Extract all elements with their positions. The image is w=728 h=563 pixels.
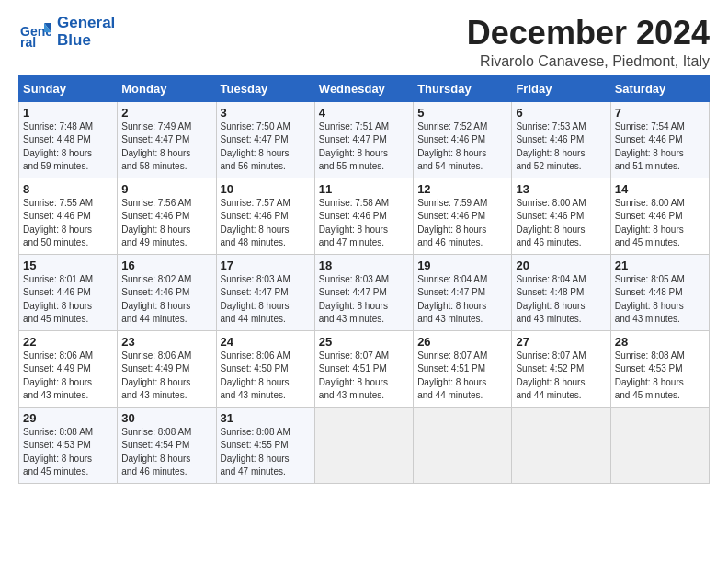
calendar-cell: 12Sunrise: 7:59 AMSunset: 4:46 PMDayligh… bbox=[414, 178, 512, 254]
calendar-cell: 3Sunrise: 7:50 AMSunset: 4:47 PMDaylight… bbox=[216, 101, 314, 178]
day-number: 10 bbox=[221, 182, 311, 196]
header-cell-saturday: Saturday bbox=[610, 75, 709, 101]
day-number: 22 bbox=[23, 335, 113, 349]
day-number: 9 bbox=[121, 182, 211, 196]
day-info: Sunrise: 8:03 AMSunset: 4:47 PMDaylight:… bbox=[221, 273, 311, 327]
day-info: Sunrise: 7:51 AMSunset: 4:47 PMDaylight:… bbox=[319, 121, 409, 174]
header-cell-thursday: Thursday bbox=[414, 75, 512, 101]
day-number: 25 bbox=[319, 335, 409, 349]
day-info: Sunrise: 7:59 AMSunset: 4:46 PMDaylight:… bbox=[417, 197, 507, 250]
calendar-cell: 11Sunrise: 7:58 AMSunset: 4:46 PMDayligh… bbox=[314, 178, 413, 254]
calendar-cell: 15Sunrise: 8:01 AMSunset: 4:46 PMDayligh… bbox=[19, 254, 118, 330]
day-number: 17 bbox=[221, 259, 311, 272]
day-number: 7 bbox=[615, 106, 705, 120]
day-number: 16 bbox=[121, 259, 211, 272]
calendar-cell: 10Sunrise: 7:57 AMSunset: 4:46 PMDayligh… bbox=[216, 178, 314, 254]
calendar-week-row: 22Sunrise: 8:06 AMSunset: 4:49 PMDayligh… bbox=[19, 330, 710, 407]
calendar-week-row: 29Sunrise: 8:08 AMSunset: 4:53 PMDayligh… bbox=[19, 407, 710, 483]
header-cell-wednesday: Wednesday bbox=[314, 75, 413, 101]
header-cell-tuesday: Tuesday bbox=[216, 75, 314, 101]
calendar-cell: 16Sunrise: 8:02 AMSunset: 4:46 PMDayligh… bbox=[118, 254, 216, 330]
calendar-cell bbox=[414, 407, 512, 483]
calendar-cell bbox=[512, 407, 610, 483]
header-row: Gene ral General Blue December 2024 Riva… bbox=[18, 15, 710, 70]
day-info: Sunrise: 7:53 AMSunset: 4:46 PMDaylight:… bbox=[516, 121, 606, 174]
logo-text-top: General bbox=[57, 15, 115, 32]
day-info: Sunrise: 7:58 AMSunset: 4:46 PMDaylight:… bbox=[319, 197, 409, 250]
calendar-cell: 21Sunrise: 8:05 AMSunset: 4:48 PMDayligh… bbox=[610, 254, 709, 330]
calendar-cell: 7Sunrise: 7:54 AMSunset: 4:46 PMDaylight… bbox=[610, 101, 709, 178]
day-info: Sunrise: 8:03 AMSunset: 4:47 PMDaylight:… bbox=[319, 273, 409, 327]
calendar-body: 1Sunrise: 7:48 AMSunset: 4:48 PMDaylight… bbox=[19, 101, 710, 483]
calendar-cell: 31Sunrise: 8:08 AMSunset: 4:55 PMDayligh… bbox=[216, 407, 314, 483]
logo: Gene ral General Blue bbox=[18, 15, 115, 49]
logo-icon: Gene ral bbox=[18, 16, 51, 49]
calendar-cell: 1Sunrise: 7:48 AMSunset: 4:48 PMDaylight… bbox=[19, 101, 118, 178]
day-number: 21 bbox=[615, 259, 705, 272]
calendar-cell: 4Sunrise: 7:51 AMSunset: 4:47 PMDaylight… bbox=[314, 101, 413, 178]
day-number: 11 bbox=[319, 182, 409, 196]
title-block: December 2024 Rivarolo Canavese, Piedmon… bbox=[467, 15, 710, 70]
page-container: Gene ral General Blue December 2024 Riva… bbox=[0, 0, 728, 493]
day-info: Sunrise: 8:07 AMSunset: 4:52 PMDaylight:… bbox=[516, 350, 606, 403]
calendar-cell: 26Sunrise: 8:07 AMSunset: 4:51 PMDayligh… bbox=[414, 330, 512, 407]
day-info: Sunrise: 8:08 AMSunset: 4:54 PMDaylight:… bbox=[121, 426, 211, 479]
calendar-cell: 22Sunrise: 8:06 AMSunset: 4:49 PMDayligh… bbox=[19, 330, 118, 407]
calendar-cell: 18Sunrise: 8:03 AMSunset: 4:47 PMDayligh… bbox=[314, 254, 413, 330]
calendar-cell: 19Sunrise: 8:04 AMSunset: 4:47 PMDayligh… bbox=[414, 254, 512, 330]
day-info: Sunrise: 7:55 AMSunset: 4:46 PMDaylight:… bbox=[23, 197, 113, 250]
calendar-cell: 2Sunrise: 7:49 AMSunset: 4:47 PMDaylight… bbox=[118, 101, 216, 178]
day-number: 2 bbox=[121, 106, 211, 120]
day-number: 13 bbox=[516, 182, 606, 196]
day-info: Sunrise: 8:06 AMSunset: 4:49 PMDaylight:… bbox=[121, 350, 211, 403]
day-info: Sunrise: 8:07 AMSunset: 4:51 PMDaylight:… bbox=[319, 350, 409, 403]
day-info: Sunrise: 8:08 AMSunset: 4:53 PMDaylight:… bbox=[23, 426, 113, 479]
calendar-week-row: 1Sunrise: 7:48 AMSunset: 4:48 PMDaylight… bbox=[19, 101, 710, 178]
day-info: Sunrise: 7:56 AMSunset: 4:46 PMDaylight:… bbox=[121, 197, 211, 250]
location-title: Rivarolo Canavese, Piedmont, Italy bbox=[467, 53, 710, 70]
calendar-cell: 30Sunrise: 8:08 AMSunset: 4:54 PMDayligh… bbox=[118, 407, 216, 483]
day-number: 18 bbox=[319, 259, 409, 272]
day-info: Sunrise: 7:48 AMSunset: 4:48 PMDaylight:… bbox=[23, 121, 113, 174]
calendar-table: SundayMondayTuesdayWednesdayThursdayFrid… bbox=[18, 75, 710, 484]
day-number: 6 bbox=[516, 106, 606, 120]
day-number: 29 bbox=[23, 411, 113, 425]
day-info: Sunrise: 7:52 AMSunset: 4:46 PMDaylight:… bbox=[417, 121, 507, 174]
day-number: 28 bbox=[615, 335, 705, 349]
header-cell-sunday: Sunday bbox=[19, 75, 118, 101]
day-info: Sunrise: 8:01 AMSunset: 4:46 PMDaylight:… bbox=[23, 273, 113, 327]
month-title: December 2024 bbox=[467, 15, 710, 52]
day-info: Sunrise: 8:06 AMSunset: 4:50 PMDaylight:… bbox=[221, 350, 311, 403]
calendar-cell: 5Sunrise: 7:52 AMSunset: 4:46 PMDaylight… bbox=[414, 101, 512, 178]
header-cell-friday: Friday bbox=[512, 75, 610, 101]
calendar-cell: 13Sunrise: 8:00 AMSunset: 4:46 PMDayligh… bbox=[512, 178, 610, 254]
day-info: Sunrise: 8:08 AMSunset: 4:55 PMDaylight:… bbox=[221, 426, 311, 479]
day-number: 14 bbox=[615, 182, 705, 196]
day-info: Sunrise: 8:04 AMSunset: 4:48 PMDaylight:… bbox=[516, 273, 606, 327]
day-number: 31 bbox=[221, 411, 311, 425]
calendar-cell: 17Sunrise: 8:03 AMSunset: 4:47 PMDayligh… bbox=[216, 254, 314, 330]
day-number: 20 bbox=[516, 259, 606, 272]
day-number: 1 bbox=[23, 106, 113, 120]
day-number: 19 bbox=[417, 259, 507, 272]
header-cell-monday: Monday bbox=[118, 75, 216, 101]
day-info: Sunrise: 7:57 AMSunset: 4:46 PMDaylight:… bbox=[221, 197, 311, 250]
day-number: 8 bbox=[23, 182, 113, 196]
day-info: Sunrise: 8:05 AMSunset: 4:48 PMDaylight:… bbox=[615, 273, 705, 327]
day-info: Sunrise: 7:54 AMSunset: 4:46 PMDaylight:… bbox=[615, 121, 705, 174]
calendar-cell bbox=[610, 407, 709, 483]
calendar-cell: 29Sunrise: 8:08 AMSunset: 4:53 PMDayligh… bbox=[19, 407, 118, 483]
day-info: Sunrise: 7:50 AMSunset: 4:47 PMDaylight:… bbox=[221, 121, 311, 174]
calendar-header-row: SundayMondayTuesdayWednesdayThursdayFrid… bbox=[19, 75, 710, 101]
day-number: 26 bbox=[417, 335, 507, 349]
day-number: 30 bbox=[121, 411, 211, 425]
day-info: Sunrise: 8:08 AMSunset: 4:53 PMDaylight:… bbox=[615, 350, 705, 403]
calendar-cell bbox=[314, 407, 413, 483]
calendar-cell: 28Sunrise: 8:08 AMSunset: 4:53 PMDayligh… bbox=[610, 330, 709, 407]
calendar-cell: 14Sunrise: 8:00 AMSunset: 4:46 PMDayligh… bbox=[610, 178, 709, 254]
day-info: Sunrise: 8:00 AMSunset: 4:46 PMDaylight:… bbox=[516, 197, 606, 250]
day-number: 27 bbox=[516, 335, 606, 349]
calendar-cell: 20Sunrise: 8:04 AMSunset: 4:48 PMDayligh… bbox=[512, 254, 610, 330]
day-info: Sunrise: 8:02 AMSunset: 4:46 PMDaylight:… bbox=[121, 273, 211, 327]
day-info: Sunrise: 8:00 AMSunset: 4:46 PMDaylight:… bbox=[615, 197, 705, 250]
